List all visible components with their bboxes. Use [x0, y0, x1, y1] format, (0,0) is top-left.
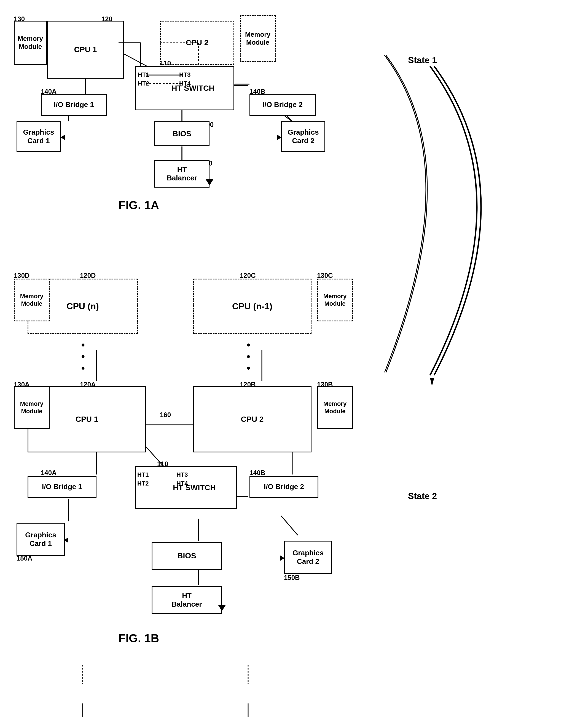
io-bridge1-1b: I/O Bridge 1: [28, 476, 97, 498]
arrow-gc2-1b: [280, 555, 284, 561]
ref-120d: 120D: [80, 272, 96, 279]
mem-module-130: MemoryModule: [14, 21, 47, 65]
bios-1a: BIOS: [154, 121, 210, 146]
svg-line-23: [281, 516, 298, 535]
ref-140b-1b: 140B: [250, 469, 265, 477]
ht2-label-1b: HT2: [137, 480, 149, 487]
cpu2-1b: CPU 2: [193, 386, 311, 452]
mem-module-130c: MemoryModule: [317, 279, 353, 321]
graphics-card1-1a: GraphicsCard 1: [17, 121, 61, 152]
ht2-label-1a: HT2: [138, 80, 149, 87]
ht-balancer-1b: HTBalancer: [152, 586, 222, 614]
ht-balancer-1a: HTBalancer: [154, 160, 210, 188]
graphics-card2-1a: GraphicsCard 2: [281, 121, 325, 152]
io-bridge1-1a: I/O Bridge 1: [41, 94, 107, 116]
io-bridge2-1a: I/O Bridge 2: [250, 94, 315, 116]
ht1-label-1a: HT1: [138, 71, 149, 78]
arrow-gc2-1a: [277, 135, 282, 140]
mem-module-cpu2: MemoryModule: [240, 15, 276, 62]
balancer-triangle-1b: [218, 605, 226, 611]
fig1a-label: FIG. 1A: [119, 199, 159, 212]
ht4-label-1b: HT4: [177, 480, 188, 487]
io-bridge2-1b: I/O Bridge 2: [250, 476, 318, 498]
cpun1-box: CPU (n-1): [193, 279, 311, 334]
ref-140a-1b: 140A: [41, 469, 57, 477]
ht3-label-1a: HT3: [179, 71, 191, 78]
ht1-label-1b: HT1: [137, 471, 149, 478]
fig1b-label: FIG. 1B: [119, 632, 159, 645]
diagram-container: 120 CPU 1 130 MemoryModule CPU 2 MemoryM…: [0, 0, 564, 728]
bios-1b: BIOS: [152, 542, 222, 570]
graphics-card2-1b: GraphicsCard 2: [284, 541, 332, 574]
cpu2-box: CPU 2: [160, 21, 234, 65]
mem-module-130a: MemoryModule: [14, 386, 50, 429]
balancer-triangle-1a: [206, 179, 213, 185]
ht4-label-1a: HT4: [179, 80, 191, 87]
mem-module-130b: MemoryModule: [317, 386, 353, 429]
ref-130c: 130C: [317, 272, 333, 279]
svg-marker-41: [430, 378, 434, 386]
ref-120c: 120C: [240, 272, 256, 279]
dots-left: •••: [81, 339, 86, 374]
state2-label: State 2: [408, 491, 437, 501]
ht3-label-1b: HT3: [177, 471, 188, 478]
ref-160: 160: [160, 411, 171, 419]
cpu1-box: CPU 1: [47, 21, 124, 79]
mem-module-130d: MemoryModule: [14, 279, 50, 321]
ref-130d: 130D: [14, 272, 30, 279]
ref-110-1a: 110: [160, 59, 171, 67]
dots-right: •••: [247, 339, 251, 374]
arrow-gc1-1a: [61, 135, 65, 140]
arrow-gc1-1b: [64, 537, 68, 543]
ref-150b-1b: 150B: [284, 574, 299, 582]
graphics-card1-1b: GraphicsCard 1: [17, 523, 65, 556]
state1-label: State 1: [408, 55, 437, 65]
